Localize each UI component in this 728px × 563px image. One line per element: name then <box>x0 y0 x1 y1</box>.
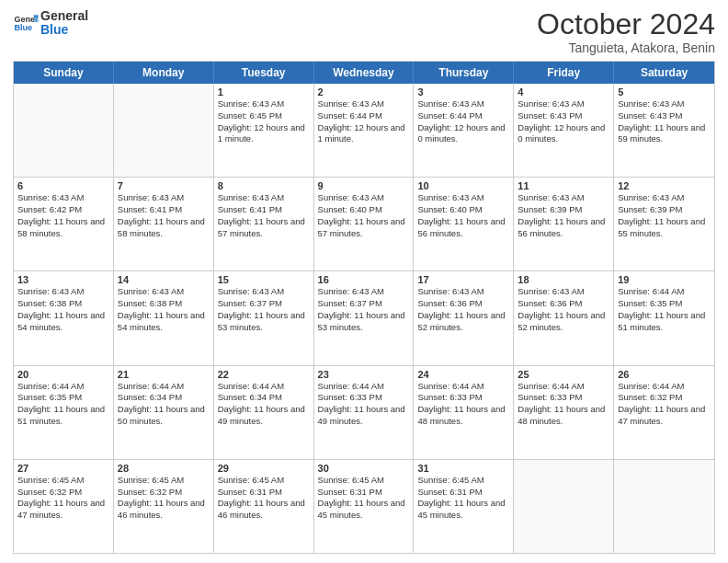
sunset-text: Sunset: 6:33 PM <box>318 392 410 404</box>
location: Tanguieta, Atakora, Benin <box>537 40 715 55</box>
calendar-cell: 25Sunrise: 6:44 AMSunset: 6:33 PMDayligh… <box>514 366 614 459</box>
day-number: 21 <box>118 369 210 380</box>
daylight-text: Daylight: 12 hours and 1 minute. <box>318 122 410 146</box>
daylight-text: Daylight: 11 hours and 59 minutes. <box>618 122 711 146</box>
day-number: 30 <box>318 463 410 474</box>
calendar-cell: 9Sunrise: 6:43 AMSunset: 6:40 PMDaylight… <box>314 178 415 270</box>
day-number: 27 <box>17 463 109 474</box>
sunset-text: Sunset: 6:38 PM <box>17 298 109 310</box>
calendar-cell: 19Sunrise: 6:44 AMSunset: 6:35 PMDayligh… <box>614 271 714 364</box>
daylight-text: Daylight: 11 hours and 47 minutes. <box>618 404 711 428</box>
day-number: 8 <box>218 180 310 191</box>
daylight-text: Daylight: 11 hours and 52 minutes. <box>417 310 509 334</box>
daylight-text: Daylight: 11 hours and 56 minutes. <box>518 216 609 240</box>
daylight-text: Daylight: 11 hours and 49 minutes. <box>318 404 410 428</box>
day-number: 9 <box>318 180 410 191</box>
sunset-text: Sunset: 6:34 PM <box>118 392 210 404</box>
sunrise-text: Sunrise: 6:44 AM <box>118 381 210 393</box>
calendar-cell: 31Sunrise: 6:45 AMSunset: 6:31 PMDayligh… <box>414 460 514 553</box>
calendar-cell: 27Sunrise: 6:45 AMSunset: 6:32 PMDayligh… <box>14 460 114 553</box>
calendar-cell: 24Sunrise: 6:44 AMSunset: 6:33 PMDayligh… <box>414 366 514 459</box>
calendar-cell <box>514 460 614 553</box>
sunset-text: Sunset: 6:41 PM <box>118 204 210 216</box>
daylight-text: Daylight: 11 hours and 47 minutes. <box>17 498 109 522</box>
calendar-cell: 13Sunrise: 6:43 AMSunset: 6:38 PMDayligh… <box>14 271 114 364</box>
day-number: 7 <box>118 180 210 191</box>
sunrise-text: Sunrise: 6:43 AM <box>218 286 310 298</box>
calendar-week-1: 1Sunrise: 6:43 AMSunset: 6:45 PMDaylight… <box>14 84 714 178</box>
sunrise-text: Sunrise: 6:45 AM <box>118 475 210 487</box>
daylight-text: Daylight: 11 hours and 53 minutes. <box>318 310 410 334</box>
calendar: SundayMondayTuesdayWednesdayThursdayFrid… <box>13 61 715 554</box>
sunset-text: Sunset: 6:31 PM <box>218 487 310 499</box>
day-number: 26 <box>618 369 711 380</box>
daylight-text: Daylight: 11 hours and 45 minutes. <box>318 498 410 522</box>
day-number: 3 <box>417 86 509 98</box>
sunrise-text: Sunrise: 6:45 AM <box>17 475 109 487</box>
day-header-friday: Friday <box>514 62 614 84</box>
daylight-text: Daylight: 11 hours and 53 minutes. <box>218 310 310 334</box>
sunset-text: Sunset: 6:40 PM <box>318 204 410 216</box>
day-number: 20 <box>17 369 109 380</box>
logo-general: General <box>40 9 88 23</box>
day-header-saturday: Saturday <box>614 62 714 84</box>
day-number: 24 <box>417 369 509 380</box>
daylight-text: Daylight: 11 hours and 54 minutes. <box>118 310 210 334</box>
sunrise-text: Sunrise: 6:43 AM <box>17 286 109 298</box>
calendar-cell <box>114 84 214 177</box>
day-number: 4 <box>518 86 609 98</box>
daylight-text: Daylight: 12 hours and 0 minutes. <box>518 122 609 146</box>
calendar-cell: 15Sunrise: 6:43 AMSunset: 6:37 PMDayligh… <box>214 271 314 364</box>
day-number: 16 <box>318 274 410 285</box>
daylight-text: Daylight: 11 hours and 51 minutes. <box>17 404 109 428</box>
sunset-text: Sunset: 6:32 PM <box>118 487 210 499</box>
day-number: 18 <box>518 274 609 285</box>
day-number: 29 <box>218 463 310 474</box>
sunset-text: Sunset: 6:38 PM <box>118 298 210 310</box>
daylight-text: Daylight: 11 hours and 49 minutes. <box>218 404 310 428</box>
daylight-text: Daylight: 11 hours and 48 minutes. <box>518 404 609 428</box>
sunrise-text: Sunrise: 6:43 AM <box>417 98 509 110</box>
daylight-text: Daylight: 12 hours and 1 minute. <box>218 122 310 146</box>
daylight-text: Daylight: 11 hours and 51 minutes. <box>618 310 711 334</box>
calendar-week-5: 27Sunrise: 6:45 AMSunset: 6:32 PMDayligh… <box>14 460 714 553</box>
daylight-text: Daylight: 11 hours and 46 minutes. <box>218 498 310 522</box>
calendar-cell: 5Sunrise: 6:43 AMSunset: 6:43 PMDaylight… <box>614 84 714 177</box>
sunset-text: Sunset: 6:39 PM <box>618 204 711 216</box>
sunset-text: Sunset: 6:33 PM <box>417 392 509 404</box>
sunrise-text: Sunrise: 6:43 AM <box>218 98 310 110</box>
calendar-cell <box>614 460 714 553</box>
sunrise-text: Sunrise: 6:43 AM <box>17 192 109 204</box>
sunset-text: Sunset: 6:31 PM <box>318 487 410 499</box>
daylight-text: Daylight: 11 hours and 46 minutes. <box>118 498 210 522</box>
sunset-text: Sunset: 6:43 PM <box>518 110 609 122</box>
sunrise-text: Sunrise: 6:43 AM <box>318 98 410 110</box>
calendar-cell: 4Sunrise: 6:43 AMSunset: 6:43 PMDaylight… <box>514 84 614 177</box>
daylight-text: Daylight: 11 hours and 57 minutes. <box>318 216 410 240</box>
sunset-text: Sunset: 6:36 PM <box>417 298 509 310</box>
day-number: 25 <box>518 369 609 380</box>
daylight-text: Daylight: 11 hours and 56 minutes. <box>417 216 509 240</box>
sunrise-text: Sunrise: 6:45 AM <box>417 475 509 487</box>
calendar-cell <box>14 84 114 177</box>
sunset-text: Sunset: 6:39 PM <box>518 204 609 216</box>
calendar-cell: 3Sunrise: 6:43 AMSunset: 6:44 PMDaylight… <box>414 84 514 177</box>
sunrise-text: Sunrise: 6:43 AM <box>318 286 410 298</box>
sunrise-text: Sunrise: 6:43 AM <box>417 286 509 298</box>
day-number: 10 <box>417 180 509 191</box>
sunrise-text: Sunrise: 6:43 AM <box>618 98 711 110</box>
daylight-text: Daylight: 11 hours and 50 minutes. <box>118 404 210 428</box>
day-header-wednesday: Wednesday <box>314 62 415 84</box>
day-number: 15 <box>218 274 310 285</box>
calendar-cell: 10Sunrise: 6:43 AMSunset: 6:40 PMDayligh… <box>414 178 514 270</box>
sunrise-text: Sunrise: 6:44 AM <box>17 381 109 393</box>
sunset-text: Sunset: 6:34 PM <box>218 392 310 404</box>
page: General Blue General Blue October 2024 T… <box>0 0 728 563</box>
day-number: 14 <box>118 274 210 285</box>
day-number: 28 <box>118 463 210 474</box>
calendar-body: 1Sunrise: 6:43 AMSunset: 6:45 PMDaylight… <box>14 84 714 553</box>
calendar-cell: 7Sunrise: 6:43 AMSunset: 6:41 PMDaylight… <box>114 178 214 270</box>
calendar-cell: 6Sunrise: 6:43 AMSunset: 6:42 PMDaylight… <box>14 178 114 270</box>
sunrise-text: Sunrise: 6:44 AM <box>218 381 310 393</box>
day-number: 1 <box>218 86 310 98</box>
